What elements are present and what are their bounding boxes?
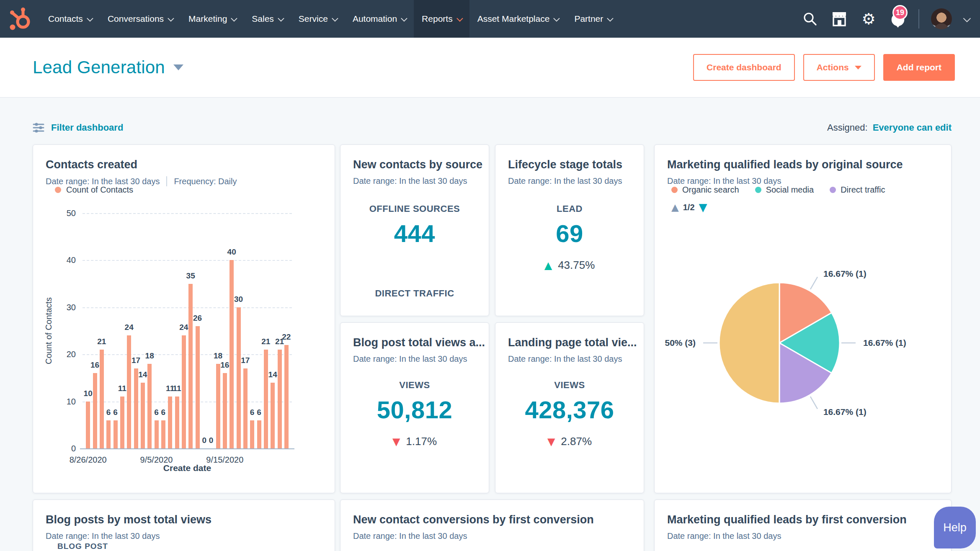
chevron-down-icon	[607, 15, 614, 22]
bar-value-label: 17	[132, 356, 140, 365]
top-nav: ContactsConversationsMarketingSalesServi…	[0, 0, 980, 38]
date-range: Date range: In the last 30 days	[667, 531, 781, 541]
date-range: Date range: In the last 30 days	[353, 176, 467, 186]
bar	[141, 383, 145, 448]
nav-item-contacts[interactable]: Contacts	[40, 0, 100, 38]
metric-delta: ▼ 2.87%	[495, 435, 644, 448]
card-contacts-created: Contacts created Date range: In the last…	[33, 144, 335, 493]
y-tick-label: 40	[33, 255, 76, 265]
assigned-value-link[interactable]: Everyone can edit	[873, 122, 952, 133]
nav-item-conversations[interactable]: Conversations	[100, 0, 181, 38]
bar	[113, 420, 118, 448]
nav-item-marketing[interactable]: Marketing	[181, 0, 244, 38]
card-meta: Date range: In the last 30 days	[508, 354, 631, 364]
card-title: Landing page total vie...	[508, 336, 631, 349]
card-meta: Date range: In the last 30 days	[353, 176, 476, 186]
hubspot-logo-icon[interactable]	[0, 0, 40, 38]
nav-item-automation[interactable]: Automation	[345, 0, 414, 38]
metric-value: 444	[340, 219, 489, 247]
bar-value-label: 24	[179, 323, 188, 332]
nav-item-reports[interactable]: Reports	[414, 0, 469, 38]
marketplace-icon[interactable]	[830, 10, 848, 28]
nav-item-sales[interactable]: Sales	[244, 0, 291, 38]
bar	[237, 307, 241, 448]
chevron-down-icon	[231, 15, 237, 22]
delta-value: 1.17%	[406, 435, 437, 448]
card-title: Contacts created	[46, 158, 322, 171]
pie-leader-line	[810, 277, 818, 289]
bar-value-label: 6	[257, 408, 261, 417]
metric-label: VIEWS	[495, 380, 644, 391]
metric-label: OFFLINE SOURCES	[340, 203, 489, 214]
card-title: New contact conversions by first convers…	[353, 513, 631, 526]
notifications-bell-icon[interactable]: 19	[889, 10, 907, 28]
metric-label: DIRECT TRAFFIC	[340, 288, 489, 299]
help-button[interactable]: Help	[934, 507, 976, 548]
pie-slice-label: 16.67% (1)	[863, 338, 906, 348]
pie-slice-label: 16.67% (1)	[823, 407, 867, 417]
bar	[147, 364, 152, 448]
bar	[188, 284, 193, 448]
dashboard-switcher-caret-icon[interactable]	[173, 64, 183, 70]
search-icon[interactable]	[801, 10, 819, 28]
gridline	[83, 402, 292, 402]
bar-value-label: 10	[84, 389, 93, 398]
gridline	[83, 354, 292, 355]
nav-item-service[interactable]: Service	[291, 0, 345, 38]
x-axis-line	[80, 448, 294, 449]
create-dashboard-button[interactable]: Create dashboard	[693, 54, 795, 81]
bar	[134, 368, 138, 448]
x-axis-title: Create date	[83, 463, 292, 473]
actions-button[interactable]: Actions	[803, 54, 875, 81]
bar-value-label: 18	[145, 351, 154, 360]
bar-legend[interactable]: Count of Contacts	[55, 185, 133, 195]
nav-item-partner[interactable]: Partner	[566, 0, 620, 38]
pie-svg	[655, 145, 952, 493]
bar	[257, 420, 261, 448]
metric-value: 428,376	[495, 396, 644, 424]
avatar[interactable]	[931, 8, 952, 29]
card-landing-page-total-views: Landing page total vie... Date range: In…	[495, 322, 644, 493]
add-report-button[interactable]: Add report	[883, 54, 955, 81]
account-chevron-down-icon[interactable]	[963, 14, 971, 22]
y-tick-label: 10	[33, 397, 76, 407]
meta-separator	[166, 176, 167, 186]
card-title: New contacts by source	[353, 158, 476, 171]
card-title: Blog post total views a...	[353, 336, 476, 349]
bar-value-label: 14	[268, 370, 277, 379]
bar-value-label: 11	[118, 384, 126, 393]
chevron-down-icon	[87, 15, 93, 22]
filter-bar: Filter dashboard Assigned: Everyone can …	[33, 118, 952, 137]
y-axis-title: Count of Contacts	[44, 213, 54, 448]
bar	[278, 350, 282, 448]
card-meta: Date range: In the last 30 days	[353, 354, 476, 364]
legend-dot	[55, 187, 61, 193]
nav-item-label: Sales	[252, 14, 274, 24]
bar-value-label: 17	[241, 356, 250, 365]
bar	[93, 373, 97, 448]
chevron-down-icon	[168, 15, 174, 22]
assigned-row: Assigned: Everyone can edit	[827, 122, 952, 133]
card-new-contact-conversions: New contact conversions by first convers…	[340, 500, 644, 551]
bar-value-label: 16	[90, 360, 99, 370]
bar-chart-plot: 0102030405010162166112417141866111124352…	[33, 213, 335, 448]
nav-item-asset-marketplace[interactable]: Asset Marketplace	[469, 0, 567, 38]
delta-value: 2.87%	[561, 435, 592, 448]
metric-label: LEAD	[495, 203, 644, 214]
metric-label: VIEWS	[340, 380, 489, 391]
pie-slice-label: 50% (3)	[665, 338, 696, 348]
metric-delta: ▼ 1.17%	[340, 435, 489, 448]
pie-leader-line	[810, 397, 818, 409]
settings-gear-icon[interactable]: ⚙	[860, 10, 877, 28]
bar-value-label: 18	[214, 351, 222, 360]
nav-item-label: Reports	[422, 14, 453, 24]
bar	[127, 335, 131, 448]
nav-item-label: Automation	[353, 14, 397, 24]
pie-slice-3	[719, 283, 779, 403]
chevron-down-icon	[456, 15, 463, 22]
assigned-label: Assigned:	[827, 122, 868, 133]
bar-value-label: 21	[97, 337, 106, 346]
bar-value-label: 21	[261, 337, 270, 346]
nav-item-label: Marketing	[188, 14, 227, 24]
filter-dashboard-link[interactable]: Filter dashboard	[33, 122, 123, 133]
